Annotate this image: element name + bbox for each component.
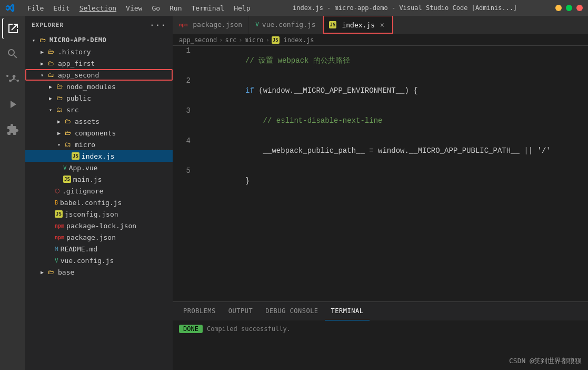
history-label: .history bbox=[58, 48, 173, 56]
tab-package-json[interactable]: npm package.json bbox=[173, 16, 249, 34]
breadcrumb-file[interactable]: index.js bbox=[284, 36, 314, 44]
tree-item-babel[interactable]: ▶ B babel.config.js bbox=[25, 197, 173, 208]
tree-item-vue-config[interactable]: ▶ V vue.config.js bbox=[25, 255, 173, 266]
menu-terminal[interactable]: Terminal bbox=[187, 3, 229, 13]
panel-tab-problems[interactable]: PROBLEMS bbox=[177, 302, 222, 320]
tree-item-index-js[interactable]: ▶ JS index.js bbox=[25, 150, 173, 162]
tree-item-app-second[interactable]: ▾ 🗂 app_second bbox=[25, 69, 173, 81]
tree-item-assets[interactable]: ▶ 🗁 assets bbox=[25, 115, 173, 127]
maximize-button[interactable] bbox=[566, 5, 572, 11]
tree-item-app-first[interactable]: ▶ 🗁 app_first bbox=[25, 57, 173, 69]
line-num-3: 3 bbox=[173, 106, 199, 136]
public-chevron-icon: ▶ bbox=[46, 94, 55, 102]
breadcrumb-app-second[interactable]: app_second bbox=[179, 36, 217, 44]
tree-item-app-vue[interactable]: ▶ V App.vue bbox=[25, 162, 173, 173]
tab-bar: npm package.json V vue.config.js JS inde… bbox=[173, 16, 588, 34]
terminal-output: Compiled successfully. bbox=[207, 325, 291, 333]
menu-edit[interactable]: Edit bbox=[49, 3, 74, 13]
package-json-badge: npm bbox=[55, 235, 64, 240]
code-token: // eslint-disable-next-line bbox=[245, 116, 382, 125]
line-num-5: 5 bbox=[173, 166, 199, 196]
tree-item-history[interactable]: ▶ 🗁 .history bbox=[25, 46, 173, 57]
babel-label: babel.config.js bbox=[60, 199, 173, 207]
node-modules-label: node_modules bbox=[66, 83, 173, 91]
node-modules-chevron-icon: ▶ bbox=[46, 82, 55, 91]
run-activity-icon[interactable] bbox=[2, 94, 23, 115]
app-vue-badge: V bbox=[63, 164, 67, 171]
tab-index-js-label: index.js bbox=[342, 21, 375, 29]
history-chevron-icon: ▶ bbox=[38, 47, 46, 56]
window-controls bbox=[555, 5, 583, 11]
base-label: base bbox=[58, 268, 173, 276]
menu-view[interactable]: View bbox=[122, 3, 146, 13]
tab-package-json-label: package.json bbox=[193, 21, 242, 28]
breadcrumb-src[interactable]: src bbox=[225, 36, 236, 44]
code-editor[interactable]: 1 // 设置 webpack 的公共路径 2 if (window.__MIC… bbox=[173, 46, 588, 301]
base-folder-icon: 🗁 bbox=[46, 268, 56, 276]
history-folder-icon: 🗁 bbox=[46, 47, 56, 56]
components-label: components bbox=[75, 129, 173, 137]
tab-index-js[interactable]: JS index.js × bbox=[323, 16, 393, 34]
index-js-badge: JS bbox=[72, 152, 79, 160]
micro-chevron-icon: ▾ bbox=[55, 140, 63, 149]
close-button[interactable] bbox=[576, 5, 583, 11]
tab-close-button[interactable]: × bbox=[378, 21, 386, 29]
menu-file[interactable]: File bbox=[23, 3, 48, 13]
tree-item-node-modules[interactable]: ▶ 🗁 node_modules bbox=[25, 81, 173, 92]
tree-item-main-js[interactable]: ▶ JS main.js bbox=[25, 173, 173, 185]
panel-tab-output[interactable]: OUTPUT bbox=[222, 302, 259, 320]
src-folder-icon: 🗂 bbox=[55, 105, 64, 114]
babel-badge: B bbox=[55, 200, 58, 206]
panel-tab-terminal[interactable]: TERMINAL bbox=[325, 302, 370, 320]
src-label: src bbox=[66, 106, 173, 114]
tree-item-gitignore[interactable]: ▶ ⬡ .gitignore bbox=[25, 185, 173, 197]
line-num-2: 2 bbox=[173, 76, 199, 106]
readme-badge: M bbox=[55, 246, 58, 252]
menu-selection[interactable]: Selection bbox=[75, 3, 121, 13]
extensions-activity-icon[interactable] bbox=[2, 119, 23, 140]
tree-item-readme[interactable]: ▶ M README.md bbox=[25, 243, 173, 255]
assets-folder-icon: 🗁 bbox=[63, 117, 73, 125]
line-content-4: __webpack_public_path__ = window.__MICRO… bbox=[199, 136, 588, 166]
app-second-label: app_second bbox=[58, 71, 173, 79]
menu-go[interactable]: Go bbox=[147, 3, 164, 13]
menu-run[interactable]: Run bbox=[165, 3, 186, 13]
vscode-logo-icon bbox=[5, 3, 15, 13]
package-lock-badge: npm bbox=[55, 223, 64, 229]
tree-item-components[interactable]: ▶ 🗁 components bbox=[25, 127, 173, 139]
tree-item-src[interactable]: ▾ 🗂 src bbox=[25, 104, 173, 115]
tree-item-micro[interactable]: ▾ 🗂 micro bbox=[25, 139, 173, 150]
tree-item-jsconfig[interactable]: ▶ JS jsconfig.json bbox=[25, 208, 173, 220]
app-first-folder-icon: 🗁 bbox=[46, 59, 56, 67]
source-control-activity-icon[interactable] bbox=[2, 69, 23, 90]
tree-item-package-lock[interactable]: ▶ npm package-lock.json bbox=[25, 220, 173, 231]
menu-help[interactable]: Help bbox=[230, 3, 254, 13]
panel-content[interactable]: DONE Compiled successfully. CSDN @笑到世界都狼… bbox=[173, 320, 588, 370]
breadcrumb-micro[interactable]: micro bbox=[244, 36, 263, 44]
minimize-button[interactable] bbox=[555, 5, 562, 11]
panel-tab-debug-console[interactable]: DEBUG CONSOLE bbox=[259, 302, 324, 320]
tab-package-json-icon: npm bbox=[179, 22, 187, 27]
explorer-activity-icon[interactable] bbox=[2, 18, 23, 39]
base-chevron-icon: ▶ bbox=[38, 268, 46, 276]
code-token: (window.__MICRO_APP_ENVIRONMENT__) { bbox=[254, 86, 418, 95]
search-activity-icon[interactable] bbox=[2, 43, 23, 64]
code-line-1: 1 // 设置 webpack 的公共路径 bbox=[173, 46, 588, 76]
tree-item-base[interactable]: ▶ 🗁 base bbox=[25, 266, 173, 278]
tree-item-package-json[interactable]: ▶ npm package.json bbox=[25, 231, 173, 243]
tree-item-public[interactable]: ▶ 🗁 public bbox=[25, 92, 173, 104]
sidebar-more-button[interactable]: ··· bbox=[150, 20, 166, 30]
tree-root[interactable]: ▾ 🗁 MICRO-APP-DEMO bbox=[25, 34, 173, 46]
micro-label: micro bbox=[75, 141, 173, 149]
code-line-2: 2 if (window.__MICRO_APP_ENVIRONMENT__) … bbox=[173, 76, 588, 106]
tab-vue-config-label: vue.config.js bbox=[262, 21, 316, 28]
root-label: MICRO-APP-DEMO bbox=[49, 36, 173, 44]
title-bar-left: File Edit Selection View Go Run Terminal… bbox=[5, 3, 254, 13]
panel-tabs: PROBLEMS OUTPUT DEBUG CONSOLE TERMINAL bbox=[173, 302, 588, 320]
sidebar: EXPLORER ··· ▾ 🗁 MICRO-APP-DEMO ▶ 🗁 .his… bbox=[25, 16, 173, 370]
terminal-status-badge: DONE bbox=[179, 325, 203, 333]
breadcrumb-sep-2: › bbox=[238, 36, 242, 44]
tab-vue-config[interactable]: V vue.config.js bbox=[249, 16, 322, 34]
public-label: public bbox=[66, 94, 173, 102]
src-chevron-icon: ▾ bbox=[46, 105, 55, 114]
